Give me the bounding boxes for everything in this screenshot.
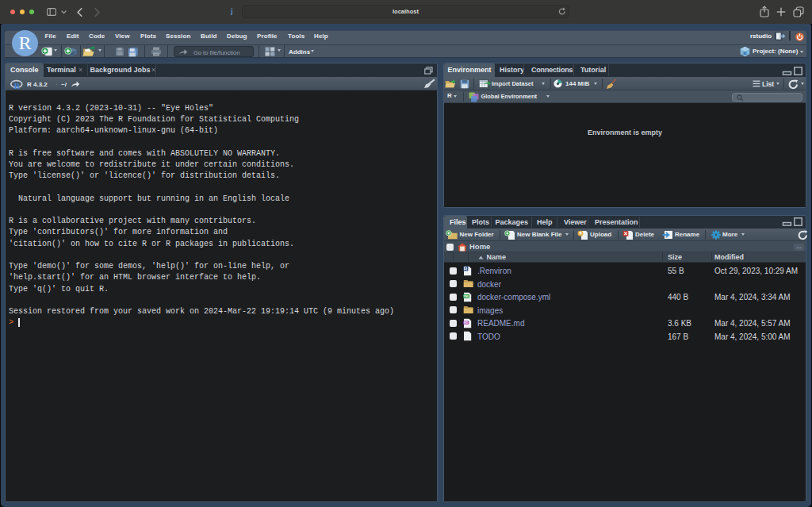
svg-text:R: R [14,82,21,90]
svg-text:MD: MD [464,321,469,324]
svg-text:YML: YML [463,295,469,298]
